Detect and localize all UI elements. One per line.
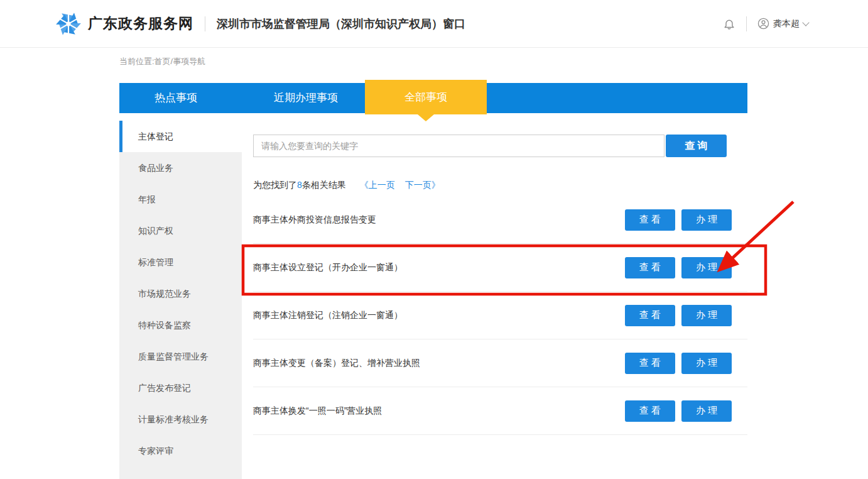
view-button[interactable]: 查 看 (625, 400, 675, 422)
tab-recent-items[interactable]: 近期办理事项 (232, 83, 379, 113)
item-title: 商事主体换发“一照一码”营业执照 (253, 405, 382, 417)
user-avatar-icon (757, 18, 769, 30)
header-right: 龚本超 (723, 16, 808, 31)
view-button[interactable]: 查 看 (625, 257, 675, 278)
list-item: 商事主体外商投资信息报告变更 查 看 办 理 (253, 196, 747, 244)
header: 广东政务服务网 深圳市市场监督管理局（深圳市知识产权局）窗口 龚本超 (0, 0, 868, 48)
breadcrumb: 当前位置:首页/事项导航 (119, 56, 205, 67)
list-item: 商事主体变更（备案）登记、增补营业执照 查 看 办 理 (253, 339, 747, 387)
list-item-highlighted: 商事主体设立登记（开办企业一窗通） 查 看 办 理 (253, 244, 747, 292)
user-name: 龚本超 (773, 18, 800, 30)
search-row: 查 询 (253, 135, 747, 157)
result-list: 商事主体外商投资信息报告变更 查 看 办 理 商事主体设立登记（开办企业一窗通）… (253, 196, 747, 435)
sidebar-item-quality-supervision[interactable]: 质量监督管理业务 (119, 341, 242, 372)
main-content: 查 询 为您找到了8条相关结果《上一页下一页》 商事主体外商投资信息报告变更 查… (253, 135, 747, 435)
page: 广东政务服务网 深圳市市场监督管理局（深圳市知识产权局）窗口 龚本超 当前位置:… (0, 0, 868, 479)
pinwheel-logo-icon (55, 11, 82, 36)
list-item: 商事主体换发“一照一码”营业执照 查 看 办 理 (253, 387, 747, 435)
chevron-down-icon (802, 19, 809, 26)
handle-button[interactable]: 办 理 (681, 209, 732, 231)
results-prefix: 为您找到了 (253, 180, 297, 190)
sidebar-item-food-business[interactable]: 食品业务 (119, 152, 242, 184)
handle-button[interactable]: 办 理 (681, 353, 732, 374)
sidebar-item-special-equipment[interactable]: 特种设备监察 (119, 309, 242, 341)
sidebar-item-ad-publishing[interactable]: 广告发布登记 (119, 372, 242, 404)
sidebar-item-market-regulation[interactable]: 市场规范业务 (119, 278, 242, 309)
item-title: 商事主体设立登记（开办企业一窗通） (253, 262, 403, 273)
header-right-divider (746, 16, 747, 31)
view-button[interactable]: 查 看 (625, 209, 675, 231)
sidebar-item-annual-report[interactable]: 年报 (119, 184, 242, 215)
view-button[interactable]: 查 看 (625, 305, 675, 326)
item-title: 商事主体外商投资信息报告变更 (253, 214, 376, 226)
site-name: 广东政务服务网 (88, 14, 193, 33)
tab-bar: 热点事项 近期办理事项 全部事项 (119, 83, 747, 113)
results-suffix: 条相关结果 (302, 180, 346, 190)
sidebar-item-expert-review[interactable]: 专家评审 (119, 435, 242, 466)
sidebar: 主体登记 食品业务 年报 知识产权 标准管理 市场规范业务 特种设备监察 质量监… (119, 121, 242, 479)
item-title: 商事主体变更（备案）登记、增补营业执照 (253, 358, 420, 369)
bell-icon[interactable] (723, 17, 735, 31)
results-summary: 为您找到了8条相关结果《上一页下一页》 (253, 179, 747, 191)
window-title: 深圳市市场监督管理局（深圳市知识产权局）窗口 (217, 16, 465, 31)
sidebar-item-intellectual-property[interactable]: 知识产权 (119, 215, 242, 246)
header-divider (205, 16, 205, 31)
handle-button[interactable]: 办 理 (681, 400, 732, 422)
site-logo[interactable]: 广东政务服务网 (55, 11, 193, 36)
item-title: 商事主体注销登记（注销企业一窗通） (253, 310, 403, 321)
tab-all-items[interactable]: 全部事项 (365, 80, 487, 114)
sidebar-item-standards-management[interactable]: 标准管理 (119, 246, 242, 278)
results-count: 8 (297, 180, 302, 190)
sidebar-item-subject-registration[interactable]: 主体登记 (119, 121, 242, 152)
next-page-link[interactable]: 下一页》 (405, 180, 440, 190)
user-menu[interactable]: 龚本超 (757, 18, 808, 30)
tab-hot-items[interactable]: 热点事项 (119, 83, 232, 113)
list-item: 商事主体注销登记（注销企业一窗通） 查 看 办 理 (253, 292, 747, 339)
prev-page-link[interactable]: 《上一页 (360, 180, 395, 190)
search-button[interactable]: 查 询 (666, 135, 727, 157)
handle-button[interactable]: 办 理 (681, 257, 732, 278)
handle-button[interactable]: 办 理 (681, 305, 732, 326)
search-input[interactable] (253, 135, 665, 157)
sidebar-item-metrology-standards[interactable]: 计量标准考核业务 (119, 404, 242, 435)
view-button[interactable]: 查 看 (625, 353, 675, 374)
